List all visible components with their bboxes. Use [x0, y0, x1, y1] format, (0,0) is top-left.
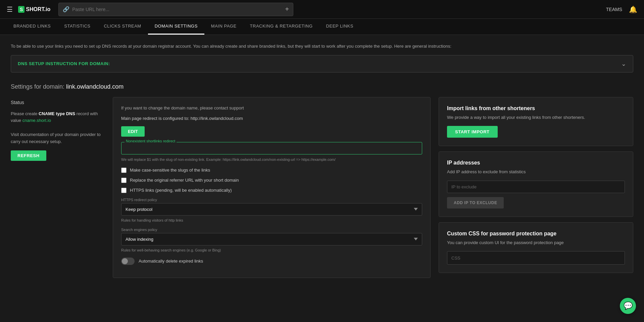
tab-main-page[interactable]: MAIN PAGE [204, 18, 243, 35]
cname-type: CNAME type DNS [39, 111, 75, 116]
dns-setup-bar[interactable]: DNS SETUP INSTRUCTION FOR DOMAIN: ⌄ [11, 55, 633, 73]
search-engines-label: Search engines policy [121, 228, 422, 232]
nonexistent-redirect-input[interactable] [121, 142, 422, 154]
support-notice: If you want to change the domain name, p… [121, 105, 422, 110]
tab-deep-links[interactable]: DEEP LINKS [319, 18, 360, 35]
tab-domain-settings[interactable]: DOMAIN SETTINGS [148, 18, 204, 35]
dns-notice: To be able to use your links you need to… [11, 43, 633, 50]
logo-icon: S [18, 6, 24, 13]
settings-grid: Status Please create CNAME type DNS reco… [11, 97, 633, 278]
search-engines-group: Search engines policy Allow indexing Dis… [121, 228, 422, 245]
main-content: To be able to use your links you need to… [0, 35, 644, 286]
css-description: You can provide custom UI for the passwo… [447, 239, 625, 246]
nonexistent-hint: We will replace $1 with the slug of non-… [121, 157, 422, 162]
domain-settings-panel: If you want to change the domain name, p… [113, 97, 431, 278]
import-title: Import links from other shorteners [447, 105, 625, 111]
case-sensitive-label[interactable]: Make case-sensitive the slugs of the lin… [130, 168, 210, 173]
status-panel: Status Please create CNAME type DNS reco… [11, 97, 105, 161]
status-title: Status [11, 100, 105, 105]
logo: S SHORT.io [18, 6, 50, 13]
https-links-label[interactable]: HTTPS links (pending, will be enabled au… [130, 188, 232, 193]
nonexistent-redirect-group: Nonexistent shortlinks redirect [121, 142, 422, 154]
refresh-button[interactable]: REFRESH [11, 150, 46, 161]
tab-clicks-stream[interactable]: CLICKS STREAM [97, 18, 148, 35]
https-links-checkbox[interactable] [121, 188, 127, 193]
navtabs: BRANDED LINKS STATISTICS CLICKS STREAM D… [0, 19, 644, 35]
hamburger-icon[interactable]: ☰ [7, 5, 13, 13]
css-panel: Custom CSS for password protection page … [439, 222, 633, 273]
url-bar[interactable]: 🔗 + [58, 3, 293, 16]
https-hint: Rules for handling visitors of http link… [121, 218, 422, 222]
domain-name: link.owlandcloud.com [66, 83, 123, 90]
search-engines-select[interactable]: Allow indexing Disallow indexing [121, 233, 422, 245]
auto-delete-toggle[interactable] [121, 258, 135, 265]
edit-button[interactable]: EDIT [121, 126, 145, 137]
logo-text: SHORT.io [26, 6, 50, 12]
cname-value: cname.short.io [22, 118, 51, 123]
main-redirect-notice: Main page redirect is configured to: htt… [121, 116, 422, 121]
add-ip-button[interactable]: ADD IP TO EXCLUDE [447, 197, 504, 209]
visit-text: Visit documentation of your domain provi… [11, 132, 101, 144]
import-description: We provide a way to import all your exis… [447, 114, 625, 121]
topbar: ☰ S SHORT.io 🔗 + TEAMS 🔔 [0, 0, 644, 19]
notification-icon[interactable]: 🔔 [629, 5, 637, 13]
settings-header: Settings for domain: link.owlandcloud.co… [11, 83, 633, 90]
cname-notice: Please create CNAME type DNS record with… [11, 110, 105, 145]
link-icon: 🔗 [63, 6, 69, 12]
import-panel: Import links from other shorteners We pr… [439, 97, 633, 146]
settings-heading-prefix: Settings for domain: [11, 83, 66, 90]
auto-delete-row: Automatically delete expired links [121, 258, 422, 265]
url-input[interactable] [72, 7, 282, 12]
ip-title: IP addresses [447, 160, 625, 166]
notice-prefix: Please create [11, 111, 39, 116]
case-sensitive-row: Make case-sensitive the slugs of the lin… [121, 168, 422, 173]
start-import-button[interactable]: START IMPORT [447, 126, 498, 138]
chat-icon: 💬 [624, 302, 633, 310]
tab-tracking-retargeting[interactable]: TRACKING & RETARGETING [243, 18, 319, 35]
ip-description: Add IP address to exclude from statistic… [447, 169, 625, 175]
css-title: Custom CSS for password protection page [447, 231, 625, 237]
https-redirect-select[interactable]: Keep protocol Always HTTPS Always HTTP [121, 203, 422, 216]
dns-setup-label: DNS SETUP INSTRUCTION FOR DOMAIN: [18, 61, 110, 66]
referrer-url-label[interactable]: Replace the original referrer URL with y… [130, 178, 239, 183]
https-redirect-label: HTTPS redirect policy [121, 198, 422, 202]
ip-panel: IP addresses Add IP address to exclude f… [439, 151, 633, 217]
https-redirect-group: HTTPS redirect policy Keep protocol Alwa… [121, 198, 422, 216]
referrer-url-row: Replace the original referrer URL with y… [121, 178, 422, 183]
css-input[interactable] [447, 251, 625, 265]
auto-delete-label: Automatically delete expired links [139, 259, 203, 264]
nonexistent-redirect-label: Nonexistent shortlinks redirect [125, 139, 177, 143]
teams-label[interactable]: TEAMS [606, 7, 622, 12]
chat-button[interactable]: 💬 [620, 298, 636, 314]
right-panels: Import links from other shorteners We pr… [439, 97, 633, 273]
tab-branded-links[interactable]: BRANDED LINKS [7, 18, 57, 35]
referrer-url-checkbox[interactable] [121, 178, 127, 183]
chevron-down-icon: ⌄ [621, 60, 626, 67]
https-links-row: HTTPS links (pending, will be enabled au… [121, 188, 422, 193]
plus-icon[interactable]: + [285, 5, 289, 13]
tab-statistics[interactable]: STATISTICS [57, 18, 97, 35]
case-sensitive-checkbox[interactable] [121, 168, 127, 173]
topbar-right: TEAMS 🔔 [606, 5, 637, 13]
ip-input[interactable] [447, 181, 625, 193]
search-hint: Rules for well-behaving search engines (… [121, 248, 422, 252]
